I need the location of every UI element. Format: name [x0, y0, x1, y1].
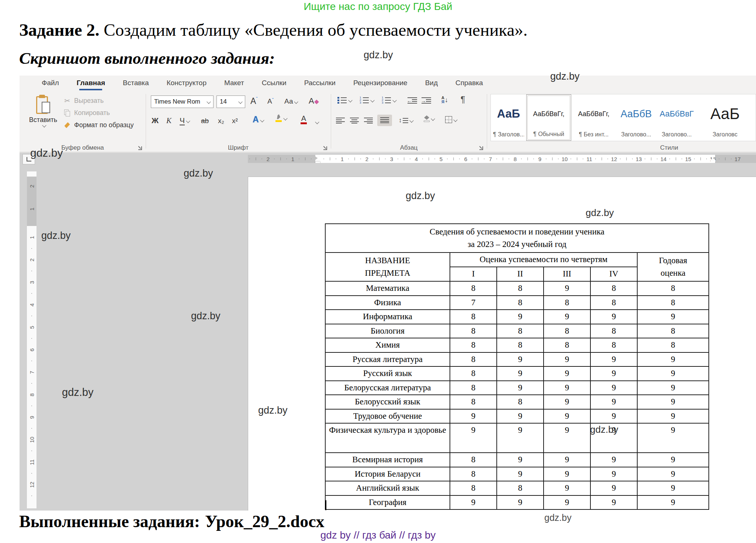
dialog-launcher-icon[interactable] [323, 146, 327, 150]
year-grade-cell[interactable]: 8 [637, 338, 709, 352]
year-column-header[interactable]: Годовая оценка [637, 253, 709, 281]
grade-cell[interactable]: 8 [497, 324, 544, 338]
grade-cell[interactable]: 8 [590, 338, 637, 352]
grade-cell[interactable]: 9 [544, 381, 590, 395]
horizontal-ruler[interactable]: 3211234567891011121314151617 [248, 155, 756, 163]
grade-cell[interactable]: 9 [590, 481, 637, 495]
highlight-button[interactable] [275, 114, 287, 122]
grades-table[interactable]: Сведения об успеваемости и поведении уче… [325, 223, 709, 510]
grade-cell[interactable]: 8 [590, 324, 637, 338]
subject-cell[interactable]: Английский язык [325, 481, 450, 495]
strikethrough-button[interactable]: ab [201, 117, 209, 125]
quarters-header[interactable]: Оценка успеваемости по четвертям [450, 253, 637, 267]
sort-button[interactable]: АЯ↓ [441, 96, 448, 104]
grade-cell[interactable]: 9 [450, 423, 497, 453]
grade-cell[interactable]: 8 [497, 281, 544, 296]
subject-cell[interactable]: Белорусская литература [325, 381, 450, 395]
grade-cell[interactable]: 8 [450, 366, 497, 381]
subject-cell[interactable]: Информатика [325, 310, 450, 324]
grade-cell[interactable]: 8 [450, 352, 497, 367]
subject-cell[interactable]: Химия [325, 338, 450, 352]
justify-button[interactable] [377, 115, 392, 126]
align-left-button[interactable] [336, 118, 345, 124]
grade-cell[interactable]: 9 [544, 409, 590, 424]
subject-cell[interactable]: Математика [325, 281, 450, 296]
grade-cell[interactable]: 9 [544, 481, 590, 495]
grade-cell[interactable]: 9 [544, 495, 590, 510]
quarter-label[interactable]: III [544, 267, 590, 281]
grade-cell[interactable]: 9 [497, 409, 544, 424]
ribbon-tab-5[interactable]: Ссылки [253, 76, 295, 91]
shrink-font-button[interactable]: Аˇ [267, 97, 274, 105]
grade-cell[interactable]: 8 [450, 310, 497, 324]
grade-cell[interactable]: 8 [450, 467, 497, 481]
year-grade-cell[interactable]: 9 [637, 310, 709, 324]
quarter-label[interactable]: IV [590, 267, 637, 281]
grade-cell[interactable]: 8 [450, 481, 497, 495]
style-card-0[interactable]: АаБ¶ Заголов... [491, 94, 526, 141]
grade-cell[interactable]: 8 [590, 296, 637, 310]
italic-button[interactable]: К [166, 116, 171, 125]
year-grade-cell[interactable]: 9 [637, 381, 709, 395]
bullet-list-button[interactable] [337, 97, 352, 104]
grade-cell[interactable]: 8 [497, 481, 544, 495]
show-marks-button[interactable]: ¶ [461, 95, 465, 105]
grade-cell[interactable]: 9 [450, 495, 497, 510]
grade-cell[interactable]: 8 [497, 395, 544, 409]
ribbon-tab-2[interactable]: Вставка [114, 76, 158, 91]
increase-indent-button[interactable]: → [422, 97, 431, 104]
grade-cell[interactable]: 9 [544, 467, 590, 481]
subject-cell[interactable]: Всемирная история [325, 453, 450, 467]
year-grade-cell[interactable]: 9 [637, 352, 709, 367]
clear-formatting-button[interactable]: А [309, 96, 318, 106]
year-grade-cell[interactable]: 8 [637, 281, 709, 296]
grade-cell[interactable]: 8 [450, 395, 497, 409]
align-center-button[interactable] [350, 118, 359, 124]
quarter-label[interactable]: I [450, 267, 497, 281]
subject-cell[interactable]: Русский язык [325, 366, 450, 381]
ribbon-tab-7[interactable]: Рецензирование [344, 76, 416, 91]
underline-button[interactable]: Ч [180, 116, 190, 125]
grade-cell[interactable]: 8 [450, 453, 497, 467]
multilevel-list-button[interactable] [382, 97, 396, 104]
year-grade-cell[interactable]: 9 [637, 366, 709, 381]
cut-button[interactable]: ✂Вырезать [62, 95, 147, 107]
grade-cell[interactable]: 8 [590, 281, 637, 296]
quarter-label[interactable]: II [497, 267, 544, 281]
year-grade-cell[interactable]: 9 [637, 495, 709, 510]
change-case-button[interactable]: Аа [284, 97, 298, 105]
year-grade-cell[interactable]: 8 [637, 296, 709, 310]
ribbon-tab-6[interactable]: Рассылки [295, 76, 344, 91]
grade-cell[interactable]: 9 [497, 495, 544, 510]
grade-cell[interactable]: 8 [450, 381, 497, 395]
year-grade-cell[interactable]: 9 [637, 453, 709, 467]
style-card-5[interactable]: АаБЗаголовс [697, 94, 753, 141]
grade-cell[interactable]: 9 [590, 381, 637, 395]
borders-button[interactable] [445, 116, 457, 123]
grade-cell[interactable]: 9 [590, 310, 637, 324]
dialog-launcher-icon[interactable] [479, 146, 483, 150]
subject-cell[interactable]: Белорусский язык [325, 395, 450, 409]
style-card-1[interactable]: АаБбВвГг,¶ Обычный [526, 94, 571, 141]
year-grade-cell[interactable]: 9 [637, 423, 709, 453]
font-family-select[interactable]: Times New Rom [151, 95, 214, 108]
grade-cell[interactable]: 9 [497, 310, 544, 324]
grow-font-button[interactable]: Аˆ [250, 96, 258, 106]
ribbon-tab-8[interactable]: Вид [416, 76, 447, 91]
style-card-3[interactable]: АаБбВЗаголово... [616, 94, 656, 141]
grade-cell[interactable]: 9 [544, 281, 590, 296]
ribbon-tab-4[interactable]: Макет [215, 76, 253, 91]
font-size-select[interactable]: 14 [216, 95, 245, 108]
subject-cell[interactable]: География [325, 495, 450, 510]
grade-cell[interactable]: 9 [590, 409, 637, 424]
grade-cell[interactable]: 8 [450, 338, 497, 352]
style-card-2[interactable]: АаБбВвГг,¶ Без инт... [571, 94, 616, 141]
grade-cell[interactable]: 8 [497, 338, 544, 352]
grade-cell[interactable]: 9 [450, 409, 497, 424]
year-grade-cell[interactable]: 9 [637, 467, 709, 481]
grade-cell[interactable]: 8 [544, 324, 590, 338]
grade-cell[interactable]: 9 [497, 381, 544, 395]
grade-cell[interactable]: 9 [497, 453, 544, 467]
superscript-button[interactable]: x² [232, 117, 238, 125]
grade-cell[interactable]: 8 [450, 324, 497, 338]
